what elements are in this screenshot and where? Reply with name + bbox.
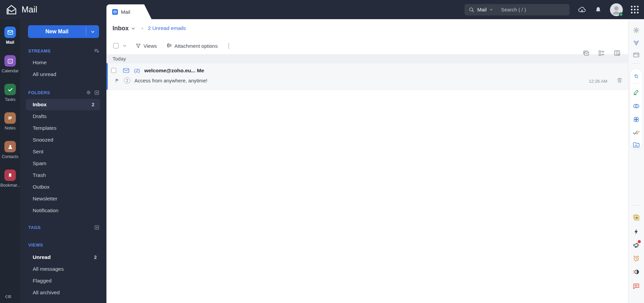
list-header: Inbox 2 Unread emails [106,19,628,37]
announcements-megaphone-icon[interactable] [633,241,640,249]
email-checkbox[interactable] [111,68,116,73]
views-filter-button[interactable]: Views [135,43,157,49]
tags-section-header: TAGS [20,224,106,231]
sidebar-item-all-unread[interactable]: All unread [20,68,106,80]
global-search[interactable]: Mail [464,4,570,15]
apps-grid-icon[interactable] [631,6,639,13]
reminders-clock-icon[interactable] [633,255,640,262]
rail-item-tasks[interactable]: Tasks [0,84,20,102]
tab-mail[interactable]: Mail [106,4,152,19]
feedback-chat-icon[interactable] [633,282,640,290]
sidebar-item-spam[interactable]: Spam [20,157,106,169]
bookmarks-app-icon [4,169,16,181]
list-density-icon[interactable] [598,49,605,57]
inbox-count-badge: 2 [92,102,94,107]
email-subject: Access from anywhere, anytime! [134,78,207,83]
new-mail-button[interactable]: New Mail [28,25,99,38]
zia-clip-icon[interactable] [633,39,640,47]
folder-panel: New Mail STREAMS Home All unread FOLDERS [20,19,106,303]
crm-circles-icon[interactable] [633,102,640,110]
plug-integrations-icon[interactable] [633,72,640,80]
sidebar-item-unread-view[interactable]: Unread 2 [20,251,106,263]
attachment-options-button[interactable]: Attachment options [166,43,218,49]
user-avatar[interactable] [610,3,623,16]
topbar: Mail Mail [0,0,644,19]
announcement-red-dot [638,240,641,243]
flag-icon[interactable] [115,78,120,83]
rail-item-notes[interactable]: Notes [0,112,20,130]
current-folder-title[interactable]: Inbox [112,25,129,32]
sign-icon[interactable] [633,88,640,96]
rail-item-bookmarks[interactable]: Bookmar... [0,169,20,188]
rail-divider [632,205,640,205]
wallet-icon[interactable] [633,51,640,59]
online-status-dot [619,12,623,16]
sidebar-item-outbox[interactable]: Outbox [20,181,106,193]
rail-item-calendar[interactable]: Calendar [0,55,20,73]
mail-app-icon [4,27,16,38]
tasks-app-icon [4,84,16,95]
folder-chevron-down-icon[interactable] [131,26,135,31]
sidebar-item-newsletter[interactable]: Newsletter [20,193,106,204]
conversation-view-icon[interactable] [582,49,590,57]
tab-label: Mail [121,9,130,15]
search-icon [469,7,475,13]
search-scope-dropdown[interactable]: Mail [477,7,487,12]
rail-item-contacts[interactable]: Contacts [0,141,20,159]
knot-icon[interactable] [633,116,640,123]
rail-divider [632,63,640,64]
quick-actions-bolt-icon[interactable] [633,228,640,235]
product-title: Mail [22,5,37,14]
unread-count-badge: 2 [94,255,97,260]
folders-settings-gear-icon[interactable] [86,90,91,95]
select-all-checkbox[interactable] [113,43,119,48]
dot-separator [141,28,143,29]
unread-emails-link[interactable]: 2 Unread emails [148,25,186,31]
night-mode-icon[interactable] [633,268,640,276]
add-folder-icon[interactable] [94,90,100,96]
streams-filter-settings-icon[interactable] [94,48,100,54]
more-options-icon[interactable]: ⋮ [226,42,232,49]
funnel-icon [135,43,141,49]
list-toolbar: Views Attachment options ⋮ [106,37,628,54]
sidebar-item-templates[interactable]: Templates [20,122,106,134]
select-options-chevron-icon[interactable] [123,44,127,48]
tasks-double-check-icon[interactable] [633,128,640,136]
brand: Mail [0,4,37,16]
delete-email-icon[interactable] [616,77,623,83]
calendar-app-icon [4,55,16,67]
columns-view-icon[interactable] [613,49,621,57]
sidebar-item-snoozed[interactable]: Snoozed [20,134,106,146]
add-tag-icon[interactable] [94,225,100,230]
email-row[interactable]: (2) welcome@zoho.eu... Me 2 Access from … [106,63,628,90]
streams-section-header: STREAMS [20,47,106,54]
sidebar-item-home[interactable]: Home [20,56,106,68]
workdrive-folder-icon[interactable] [633,141,640,149]
sticky-note-add-icon[interactable] [633,214,640,221]
sidebar-item-trash[interactable]: Trash [20,169,106,181]
sidebar-item-all-messages[interactable]: All messages [20,263,106,275]
rail-item-mail[interactable]: Mail [0,27,20,45]
notifications-bell-icon[interactable] [594,6,602,13]
sidebar-item-drafts[interactable]: Drafts [20,110,106,122]
mail-list-pane: Inbox 2 Unread emails [106,19,628,303]
sidebar-item-inbox[interactable]: Inbox 2 [26,99,100,110]
email-sender: welcome@zoho.eu... Me [144,68,204,74]
sidebar-item-sent[interactable]: Sent [20,146,106,157]
sidebar-item-notification[interactable]: Notification [20,204,106,216]
search-input[interactable] [501,7,568,12]
collapse-sidebar-icon[interactable] [5,294,12,300]
cloud-sync-icon[interactable] [578,5,586,14]
sidebar-item-all-archived[interactable]: All archived [20,287,106,298]
unread-envelope-icon [123,67,130,74]
email-time: 12:26 AM [589,79,607,84]
sidebar-item-flagged[interactable]: Flagged [20,275,106,287]
capsule-divider [633,83,640,83]
settings-gear-icon[interactable] [633,27,640,34]
thread-badge: 2 [124,77,130,84]
new-mail-dropdown[interactable] [86,25,99,38]
mail-tab-icon [112,9,118,15]
topbar-right: Mail [464,0,639,19]
list-view-options [582,49,621,57]
chevron-down-icon[interactable] [489,8,493,11]
